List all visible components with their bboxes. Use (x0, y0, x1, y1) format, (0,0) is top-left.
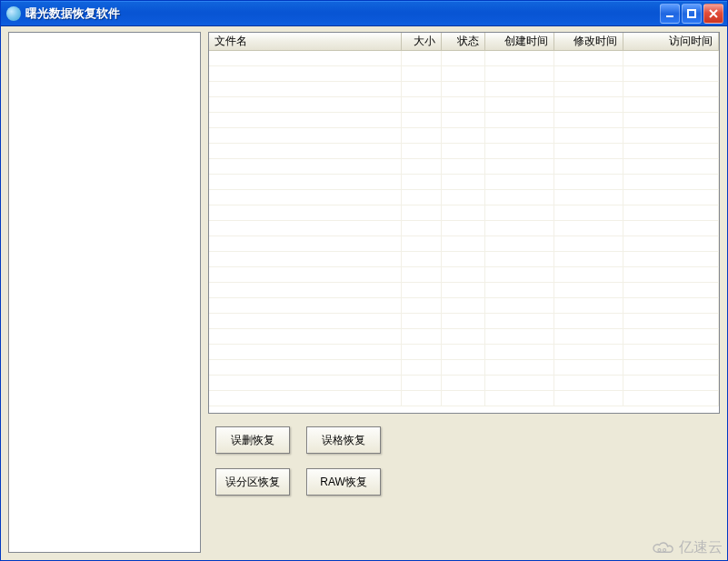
window-title: 曙光数据恢复软件 (25, 5, 660, 22)
table-row[interactable] (209, 252, 719, 267)
table-row[interactable] (209, 345, 719, 360)
table-row[interactable] (209, 190, 719, 205)
table-row[interactable] (209, 267, 719, 283)
table-row[interactable] (209, 221, 719, 236)
column-header-name[interactable]: 文件名 (209, 33, 402, 50)
table-row[interactable] (209, 236, 719, 252)
table-row[interactable] (209, 376, 719, 391)
table-row[interactable] (209, 144, 719, 159)
table-row[interactable] (209, 82, 719, 97)
button-row-2: 误分区恢复 RAW恢复 (215, 468, 716, 496)
table-row[interactable] (209, 128, 719, 144)
table-row[interactable] (209, 175, 719, 190)
tree-panel[interactable] (8, 32, 201, 553)
list-body[interactable] (209, 51, 719, 413)
recover-deleted-button[interactable]: 误删恢复 (215, 426, 290, 454)
right-panel: 文件名 大小 状态 创建时间 修改时间 访问时间 误删恢复 误格恢复 误分区恢复… (208, 32, 720, 553)
column-header-atime[interactable]: 访问时间 (623, 33, 719, 50)
maximize-button[interactable] (682, 4, 702, 24)
column-header-mtime[interactable]: 修改时间 (554, 33, 623, 50)
table-row[interactable] (209, 298, 719, 314)
app-window: 曙光数据恢复软件 文件名 大小 状态 创建时间 修改时间 (0, 0, 728, 561)
minimize-icon (664, 8, 675, 19)
table-row[interactable] (209, 329, 719, 345)
table-row[interactable] (209, 51, 719, 66)
maximize-icon (686, 8, 697, 19)
table-row[interactable] (209, 66, 719, 82)
file-list[interactable]: 文件名 大小 状态 创建时间 修改时间 访问时间 (208, 32, 720, 414)
client-area: 文件名 大小 状态 创建时间 修改时间 访问时间 误删恢复 误格恢复 误分区恢复… (1, 26, 727, 560)
button-area: 误删恢复 误格恢复 误分区恢复 RAW恢复 (208, 414, 720, 499)
table-row[interactable] (209, 159, 719, 175)
table-row[interactable] (209, 314, 719, 329)
app-icon (6, 6, 21, 21)
column-header-ctime[interactable]: 创建时间 (485, 33, 554, 50)
table-row[interactable] (209, 283, 719, 298)
recover-raw-button[interactable]: RAW恢复 (306, 468, 381, 496)
svg-rect-0 (666, 15, 673, 17)
column-header-status[interactable]: 状态 (442, 33, 485, 50)
titlebar[interactable]: 曙光数据恢复软件 (1, 1, 727, 26)
list-header: 文件名 大小 状态 创建时间 修改时间 访问时间 (209, 33, 719, 51)
table-row[interactable] (209, 113, 719, 128)
table-row[interactable] (209, 391, 719, 406)
recover-formatted-button[interactable]: 误格恢复 (306, 426, 381, 454)
svg-rect-1 (688, 10, 695, 17)
table-row[interactable] (209, 360, 719, 376)
column-header-size[interactable]: 大小 (402, 33, 442, 50)
recover-partition-button[interactable]: 误分区恢复 (215, 468, 290, 496)
table-row[interactable] (209, 97, 719, 113)
window-controls (660, 4, 723, 24)
close-icon (708, 8, 719, 19)
table-row[interactable] (209, 205, 719, 221)
close-button[interactable] (703, 4, 723, 24)
button-row-1: 误删恢复 误格恢复 (215, 426, 716, 454)
minimize-button[interactable] (660, 4, 680, 24)
